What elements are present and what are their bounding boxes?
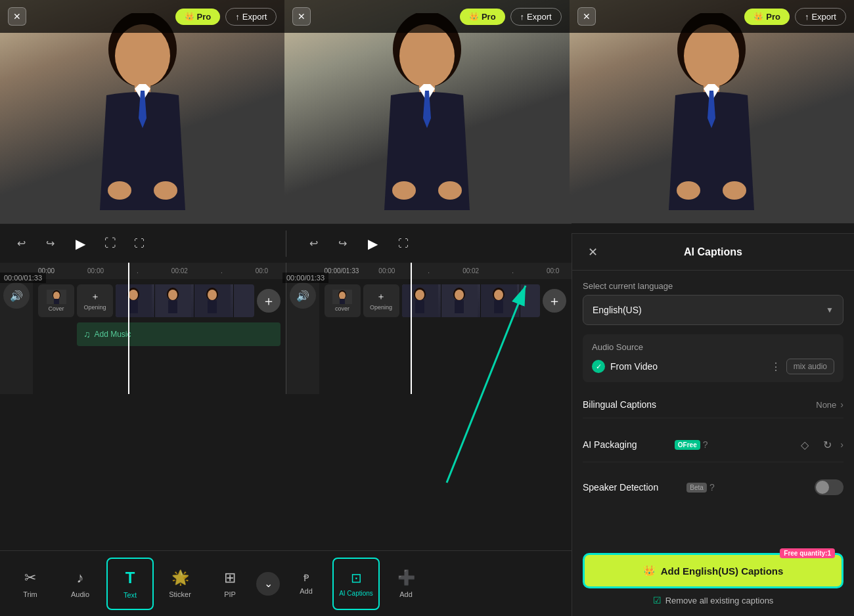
undo-button-2[interactable]: ↩ — [303, 233, 325, 254]
svg-point-37 — [415, 290, 424, 300]
tool-audio[interactable]: ♪ Audio — [56, 558, 104, 610]
svg-point-1 — [115, 24, 170, 87]
fullscreen-button-2[interactable]: ⛶ — [393, 233, 414, 254]
pro-button-1[interactable]: 👑 Pro — [175, 9, 221, 25]
person-svg-1 — [70, 13, 215, 223]
add-track-btn-1[interactable]: ＋ — [257, 289, 281, 313]
ai-panel-close-button[interactable]: ✕ — [583, 242, 602, 262]
ai-packaging-chevron-icon: › — [840, 439, 843, 450]
svg-rect-34 — [340, 299, 345, 304]
strip-seg-1 — [116, 284, 155, 317]
plus-icon-1: ＋ — [91, 291, 100, 303]
bilingual-captions-row[interactable]: Bilingual Captions None › — [583, 391, 843, 418]
pro-button-3[interactable]: 👑 Pro — [744, 9, 790, 25]
ai-packaging-diamond-icon[interactable]: ◇ — [796, 435, 814, 454]
redo-button-2[interactable]: ↪ — [332, 233, 353, 254]
ai-packaging-help-icon[interactable]: ? — [703, 439, 708, 450]
close-panel-2-button[interactable]: ✕ — [292, 7, 311, 26]
svg-rect-22 — [129, 300, 138, 313]
text-label: Text — [124, 591, 137, 599]
play-button-1[interactable]: ▶ — [68, 232, 92, 255]
crop-button-1[interactable]: ⛶ — [100, 233, 121, 254]
add-1-label: Add — [300, 587, 313, 595]
add-2-label: Add — [399, 590, 413, 598]
export-label-3: Export — [811, 12, 836, 22]
ai-panel-title: AI Captions — [608, 246, 819, 258]
sticker-label: Sticker — [169, 590, 191, 598]
speaker-detection-help-icon[interactable]: ? — [709, 482, 715, 493]
svg-point-6 — [399, 24, 455, 87]
time-r-1: 00:00 — [378, 267, 395, 275]
crown-icon-2: 👑 — [469, 12, 479, 21]
ai-panel-footer: Free quantity:1 👑 Add English(US) Captio… — [572, 545, 854, 616]
svg-point-17 — [53, 292, 60, 299]
trim-label: Trim — [23, 590, 37, 598]
tool-ai-captions[interactable]: ⊡ AI Captions — [332, 558, 380, 610]
add-captions-button[interactable]: Free quantity:1 👑 Add English(US) Captio… — [583, 553, 843, 588]
strip-r-seg-3 — [481, 284, 520, 317]
time-r-4: . — [512, 267, 514, 275]
undo-button-1[interactable]: ↩ — [11, 233, 32, 254]
tool-sticker[interactable]: 🌟 Sticker — [156, 558, 204, 610]
language-section: Select current language English(US) ▼ — [583, 281, 843, 325]
cover-thumb-1[interactable]: Cover — [38, 284, 74, 317]
tool-add-2[interactable]: ➕ Add — [382, 558, 430, 610]
bottom-toolbar: ✂ Trim ♪ Audio T Text 🌟 Sticker ⊞ PIP ⌄ … — [0, 550, 572, 616]
person-svg-3 — [639, 13, 784, 223]
audio-source-header: Audio Source — [592, 342, 834, 352]
audio-label: Audio — [71, 590, 89, 598]
svg-point-14 — [723, 181, 746, 200]
ai-packaging-row[interactable]: AI Packaging OFree ? ◇ ↻ › — [583, 428, 843, 462]
track-row-music-1: ♫ Add Music — [38, 321, 281, 347]
mix-audio-button[interactable]: mix audio — [786, 359, 834, 374]
tool-add-1[interactable]: Ᵽ Add — [282, 558, 330, 610]
ai-packaging-refresh-icon[interactable]: ↻ — [818, 435, 836, 454]
sticker-icon: 🌟 — [171, 569, 189, 586]
close-panel-1-button[interactable]: ✕ — [8, 7, 26, 26]
add-track-btn-2[interactable]: ＋ — [543, 289, 566, 313]
strip-r-seg-2 — [441, 284, 481, 317]
pro-button-2[interactable]: 👑 Pro — [460, 9, 505, 25]
time-stamp-4: . — [221, 267, 223, 275]
playhead-1 — [128, 263, 129, 394]
controls-left: ↩ ↪ ▶ ⛶ ⛶ — [0, 232, 279, 255]
export-button-2[interactable]: ↑ Export — [510, 8, 562, 26]
svg-point-29 — [208, 290, 217, 300]
more-tools-button[interactable]: ⌄ — [256, 572, 280, 596]
fullscreen-button-1[interactable]: ⛶ — [129, 233, 150, 254]
svg-point-41 — [455, 290, 464, 300]
export-button-3[interactable]: ↑ Export — [795, 8, 846, 26]
music-track-1[interactable]: ♫ Add Music — [77, 322, 281, 346]
opening-thumb-2[interactable]: ＋ Opening — [363, 284, 399, 317]
remove-captions-label: Remove all existing captions — [665, 596, 774, 605]
remove-captions-row[interactable]: ☑ Remove all existing captions — [583, 595, 843, 605]
opening-thumb-1[interactable]: ＋ Opening — [77, 284, 113, 317]
export-button-1[interactable]: ↑ Export — [225, 8, 277, 26]
ruler-1: 00:00 00:00 . 00:02 . 00:0 — [33, 263, 286, 279]
play-button-2[interactable]: ▶ — [361, 232, 385, 255]
audio-icon: ♪ — [77, 569, 84, 586]
mix-audio-label: mix audio — [794, 362, 827, 371]
dropdown-arrow-icon: ▼ — [826, 305, 834, 315]
speaker-detection-toggle[interactable] — [815, 479, 843, 495]
svg-point-9 — [438, 181, 462, 200]
svg-point-33 — [339, 292, 346, 299]
redo-button-1[interactable]: ↪ — [39, 233, 60, 254]
bilingual-chevron-icon: › — [840, 399, 843, 410]
audio-icon-btn-1[interactable]: 🔊 — [3, 282, 30, 309]
plus-icon-2: ＋ — [376, 291, 386, 303]
tool-trim[interactable]: ✂ Trim — [7, 558, 54, 610]
track-row-video-2: cover ＋ Opening ＋ — [325, 284, 567, 317]
audio-source-options-icon[interactable]: ⋮ — [771, 361, 781, 373]
tool-text[interactable]: T Text — [106, 558, 154, 610]
cover-label-2: cover — [335, 305, 349, 312]
cover-thumb-2[interactable]: cover — [325, 284, 361, 317]
panel-1-toolbar: ✕ 👑 Pro ↑ Export — [0, 0, 284, 33]
tool-pip[interactable]: ⊞ PIP — [206, 558, 254, 610]
audio-icon-btn-2[interactable]: 🔊 — [290, 282, 316, 309]
language-dropdown[interactable]: English(US) ▼ — [583, 295, 843, 325]
ai-packaging-free-badge: OFree — [675, 440, 700, 450]
close-panel-3-button[interactable]: ✕ — [577, 7, 596, 26]
pro-label-1: Pro — [197, 12, 212, 22]
time-r-2: . — [428, 267, 430, 275]
